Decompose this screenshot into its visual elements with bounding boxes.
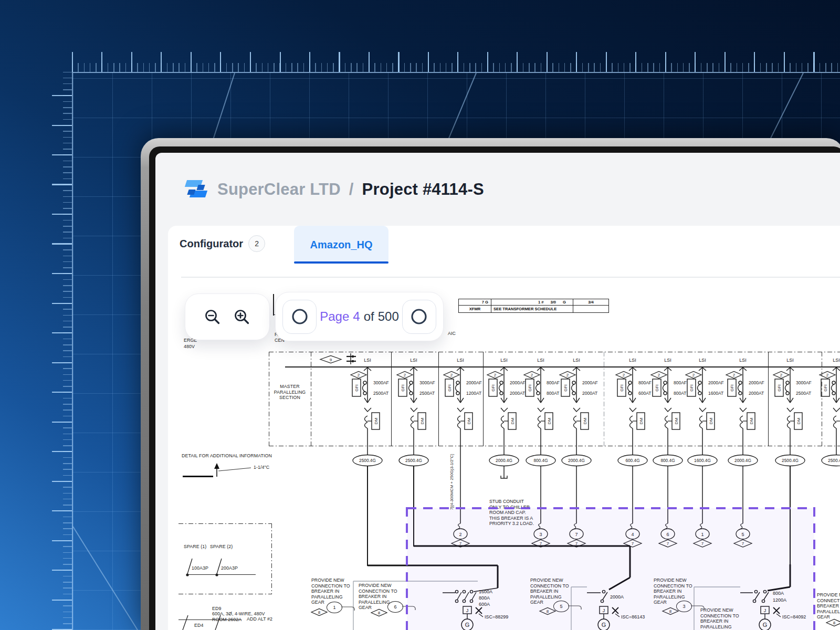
svg-text:DM: DM	[749, 417, 754, 424]
diagram-line	[269, 352, 840, 352]
paralleling-gear-assemblies: 1600A800A600AJISC=88299G2000AJISC=86143G…	[336, 540, 840, 630]
svg-text:GFI: GFI	[491, 384, 496, 391]
stub-conduit-note: STUB CONDUITONLY TO CHILLERROOM AND CAP.…	[489, 488, 534, 538]
page-current: 4	[353, 309, 360, 324]
svg-text:G: G	[763, 622, 768, 628]
diagram-line	[790, 466, 791, 565]
svg-text:2000.4G: 2000.4G	[734, 458, 751, 463]
svg-text:DM: DM	[709, 417, 713, 424]
svg-text:2000AF: 2000AF	[708, 380, 724, 385]
svg-text:2000AF: 2000AF	[510, 380, 526, 385]
svg-text:2500AT: 2500AT	[373, 391, 388, 396]
svg-text:DM: DM	[583, 417, 587, 424]
svg-text:7[(4-300MCM + 250G)3-1/2"C]: 7[(4-300MCM + 250G)3-1/2"C]	[449, 454, 454, 510]
schedule-cell: 3/4	[573, 299, 608, 306]
of-word: of	[364, 309, 374, 324]
callout-leader	[568, 603, 586, 611]
feeder-breaker-symbol: LSI2GFI2000AF2000ATDM2000.4G57	[709, 351, 777, 549]
provide-connection-note: PROVIDE NEWCONNECTION TOBREAKER INPARALL…	[700, 607, 739, 630]
conduit-line	[183, 476, 213, 477]
svg-text:2000AF: 2000AF	[749, 380, 764, 385]
zoom-in-icon	[233, 308, 251, 326]
zoom-out-button[interactable]	[204, 308, 222, 326]
svg-text:DM: DM	[639, 417, 644, 424]
keynote-circle: 3	[676, 601, 692, 612]
conduit-size-label: 1-1/4"C	[254, 465, 269, 470]
svg-text:800AF: 800AF	[547, 380, 560, 385]
ed4-label: ED4	[194, 623, 203, 628]
svg-text:GFI: GFI	[689, 384, 694, 391]
keynote-diamond: 8	[310, 608, 328, 616]
svg-text:2: 2	[658, 373, 660, 377]
svg-text:GFI: GFI	[401, 384, 405, 391]
svg-text:7: 7	[701, 541, 704, 546]
keynote-circle: 6	[387, 601, 403, 613]
svg-text:LSI: LSI	[833, 358, 840, 363]
spare2-label: SPARE (2)	[210, 544, 233, 549]
svg-text:2000.4G: 2000.4G	[568, 458, 585, 463]
feeder-breaker-symbol: LSI2GFI2000AF2000ATDM2000.4G77	[542, 351, 611, 549]
svg-text:7: 7	[632, 541, 634, 546]
ed9-label: ED9600A, 3Ø, 4-WIRE, 480VROOM 2602A	[212, 595, 265, 630]
svg-text:J: J	[603, 608, 605, 613]
feeder-breaker-symbol: LSI2GFI2000AF1600ATDM1600.4G17	[668, 351, 737, 549]
svg-text:LSI: LSI	[739, 358, 747, 363]
detail-arrow	[209, 462, 256, 479]
svg-text:LSI: LSI	[364, 358, 371, 363]
svg-text:2000A: 2000A	[610, 594, 624, 600]
next-page-button[interactable]	[402, 300, 436, 334]
svg-text:GFI: GFI	[655, 384, 659, 391]
svg-text:G: G	[602, 622, 606, 628]
svg-text:2: 2	[780, 373, 783, 377]
svg-text:2: 2	[733, 373, 736, 377]
svg-text:7: 7	[575, 532, 578, 537]
diagram-line	[269, 446, 840, 446]
svg-text:LSI: LSI	[573, 358, 580, 363]
svg-text:DM: DM	[420, 417, 425, 424]
svg-text:800AF: 800AF	[674, 380, 687, 385]
feeder-breaker-symbol: LSI2GFI800AF800ATDM800.4G67	[634, 351, 702, 549]
svg-text:6: 6	[666, 532, 669, 537]
svg-text:600.4G: 600.4G	[625, 458, 639, 463]
single-line-diagram[interactable]: 7 G 1 #3/0G 3/4 XFMR SEE TRANSFORMER SCH…	[155, 153, 840, 630]
svg-text:GFI: GFI	[823, 384, 828, 391]
diagram-line	[285, 366, 840, 368]
schedule-cell	[573, 306, 608, 312]
add-alt-label: ADD ALT #2	[247, 616, 272, 622]
feeder-breaker-symbol: LSI2GFI2000AF1200ATDM7[(4-300MCM + 250G)…	[426, 351, 495, 549]
svg-text:1: 1	[701, 532, 704, 537]
callout-leader	[402, 603, 420, 612]
svg-text:2000.4G: 2000.4G	[496, 458, 512, 463]
svg-text:LSI: LSI	[629, 358, 636, 363]
svg-text:GFI: GFI	[730, 384, 734, 391]
svg-text:8: 8	[547, 609, 549, 614]
schedule-cell: XFMR	[459, 306, 491, 312]
diagram-line	[367, 466, 368, 566]
svg-text:LSI: LSI	[664, 358, 671, 363]
previous-page-icon	[291, 308, 309, 326]
svg-text:ISC=86143: ISC=86143	[621, 614, 645, 620]
diagram-line	[768, 352, 769, 446]
svg-text:2: 2	[494, 373, 497, 377]
svg-text:9: 9	[330, 358, 332, 362]
svg-text:600A: 600A	[479, 602, 490, 607]
svg-text:3: 3	[539, 532, 542, 537]
transformer-schedule-table: 7 G 1 #3/0G 3/4 XFMR SEE TRANSFORMER SCH…	[458, 299, 609, 313]
previous-page-button[interactable]	[282, 300, 317, 334]
svg-text:2000AT: 2000AT	[510, 391, 525, 396]
svg-text:J: J	[466, 608, 469, 613]
svg-text:3000AF: 3000AF	[419, 380, 435, 385]
svg-text:LSI: LSI	[537, 358, 544, 363]
svg-text:5: 5	[741, 532, 744, 537]
zoom-in-button[interactable]	[233, 308, 251, 326]
svg-text:2500.4G: 2500.4G	[828, 458, 840, 463]
svg-text:2000AT: 2000AT	[582, 391, 597, 396]
svg-text:2500.4G: 2500.4G	[359, 458, 376, 463]
svg-text:DM: DM	[547, 417, 552, 424]
svg-text:GFI: GFI	[528, 384, 532, 391]
svg-text:2: 2	[826, 373, 829, 377]
svg-text:7: 7	[459, 541, 462, 546]
detail-note: DETAIL FOR ADDITIONAL INFORMATION	[182, 453, 272, 458]
svg-text:DM: DM	[510, 417, 515, 424]
svg-text:2: 2	[404, 373, 406, 377]
